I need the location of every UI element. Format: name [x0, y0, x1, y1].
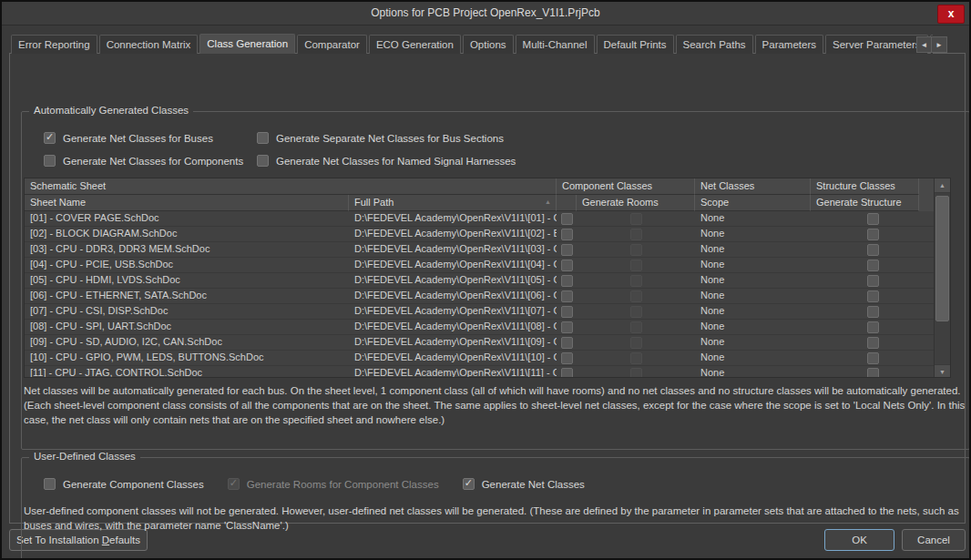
table-row[interactable]: [08] - CPU - SPI, UART.SchDoc D:\FEDEVEL…	[25, 320, 935, 335]
generate-rooms-checkbox[interactable]	[630, 321, 642, 333]
scope-cell[interactable]: None	[695, 273, 811, 288]
generate-structure-checkbox[interactable]	[867, 352, 879, 364]
col-structure-classes[interactable]: Structure Classes	[811, 178, 919, 195]
component-class-checkbox[interactable]	[561, 260, 573, 271]
component-class-checkbox[interactable]	[561, 275, 573, 287]
component-class-checkbox[interactable]	[561, 290, 573, 302]
scope-cell[interactable]: None	[695, 351, 811, 365]
generate-rooms-checkbox[interactable]	[630, 244, 642, 256]
checkbox-option[interactable]: Generate Rooms for Component Classes	[228, 477, 439, 491]
checkbox[interactable]	[228, 478, 240, 490]
scroll-up-icon[interactable]: ▲	[935, 178, 950, 193]
scope-cell[interactable]: None	[695, 242, 811, 257]
component-class-checkbox[interactable]	[561, 306, 573, 318]
checkbox-option[interactable]: Generate Net Classes for Components	[44, 154, 257, 168]
generate-structure-checkbox[interactable]	[867, 321, 879, 333]
checkbox-option[interactable]: Generate Component Classes	[44, 477, 204, 491]
scope-cell[interactable]: None	[695, 258, 811, 272]
tab[interactable]: Server Parameters	[825, 35, 928, 54]
scope-cell[interactable]: None	[695, 320, 811, 334]
table-row[interactable]: [10] - CPU - GPIO, PWM, LEDS, BUTTONS.Sc…	[25, 351, 935, 366]
close-button[interactable]: x	[937, 5, 965, 24]
generate-structure-checkbox[interactable]	[867, 244, 879, 256]
component-class-checkbox[interactable]	[561, 368, 573, 379]
tab[interactable]: ECO Generation	[369, 35, 461, 54]
tab-scroll-right-icon[interactable]: ►	[932, 36, 947, 53]
table-row[interactable]: [11] - CPU - JTAG, CONTROL.SchDoc D:\FED…	[25, 366, 935, 378]
col-full-path[interactable]: Full Path ▲	[349, 195, 557, 211]
col-schematic-sheet[interactable]: Schematic Sheet	[25, 178, 557, 195]
generate-structure-checkbox[interactable]	[867, 229, 879, 240]
table-row[interactable]: [01] - COVER PAGE.SchDoc D:\FEDEVEL Acad…	[25, 211, 935, 227]
generate-structure-checkbox[interactable]	[867, 260, 879, 271]
generate-rooms-checkbox[interactable]	[630, 368, 642, 379]
generate-rooms-checkbox[interactable]	[630, 352, 642, 364]
checkbox-option[interactable]: Generate Net Classes	[463, 477, 585, 491]
component-class-checkbox[interactable]	[561, 244, 573, 256]
generate-rooms-checkbox[interactable]	[630, 275, 642, 287]
generate-structure-checkbox[interactable]	[867, 306, 879, 318]
tab[interactable]: Class Generation	[199, 34, 295, 54]
generate-structure-checkbox[interactable]	[867, 213, 879, 225]
tab[interactable]: Parameters	[755, 35, 823, 54]
scope-cell[interactable]: None	[695, 304, 811, 319]
table-row[interactable]: [02] - BLOCK DIAGRAM.SchDoc D:\FEDEVEL A…	[25, 227, 935, 242]
table-row[interactable]: [03] - CPU - DDR3, DDR3 MEM.SchDoc D:\FE…	[25, 242, 935, 258]
checkbox-option[interactable]: Generate Net Classes for Buses	[44, 131, 257, 145]
generate-structure-checkbox[interactable]	[867, 290, 879, 302]
checkbox[interactable]	[463, 478, 475, 490]
generate-rooms-checkbox[interactable]	[630, 213, 642, 225]
tab[interactable]: Options	[463, 35, 514, 54]
table-row[interactable]: [04] - CPU - PCIE, USB.SchDoc D:\FEDEVEL…	[25, 258, 935, 273]
sheet-name-cell: [06] - CPU - ETHERNET, SATA.SchDoc	[25, 289, 349, 303]
checkbox[interactable]	[257, 132, 269, 144]
generate-structure-cell	[811, 289, 935, 303]
col-sheet-name[interactable]: Sheet Name	[25, 195, 349, 211]
generate-rooms-checkbox[interactable]	[630, 290, 642, 302]
table-row[interactable]: [05] - CPU - HDMI, LVDS.SchDoc D:\FEDEVE…	[25, 273, 935, 289]
col-net-classes[interactable]: Net Classes	[695, 178, 811, 195]
checkbox[interactable]	[44, 132, 56, 144]
tab[interactable]: Comparator	[297, 35, 367, 54]
col-scope[interactable]: Scope	[695, 195, 811, 211]
checkbox[interactable]	[44, 478, 56, 490]
tab[interactable]: Error Reporting	[11, 35, 97, 54]
scope-cell[interactable]: None	[695, 335, 811, 350]
checkbox[interactable]	[257, 155, 269, 167]
title-bar[interactable]: Options for PCB Project OpenRex_V1I1.Prj…	[2, 2, 969, 25]
component-class-checkbox[interactable]	[561, 213, 573, 225]
checkbox[interactable]	[44, 155, 56, 167]
col-generate-rooms[interactable]: Generate Rooms	[577, 195, 695, 211]
scope-cell[interactable]: None	[695, 289, 811, 303]
scope-cell[interactable]: None	[695, 366, 811, 378]
generate-structure-checkbox[interactable]	[867, 368, 879, 379]
generate-structure-checkbox[interactable]	[867, 337, 879, 349]
table-row[interactable]: [09] - CPU - SD, AUDIO, I2C, CAN.SchDoc …	[25, 335, 935, 351]
checkbox-option[interactable]: Generate Separate Net Classes for Bus Se…	[257, 131, 516, 145]
component-class-checkbox[interactable]	[561, 352, 573, 364]
scroll-down-icon[interactable]: ▼	[935, 364, 950, 378]
generate-structure-checkbox[interactable]	[867, 275, 879, 287]
component-class-checkbox[interactable]	[561, 337, 573, 349]
table-row[interactable]: [06] - CPU - ETHERNET, SATA.SchDoc D:\FE…	[25, 289, 935, 304]
generate-rooms-checkbox[interactable]	[630, 229, 642, 240]
scope-cell[interactable]: None	[695, 227, 811, 241]
col-generate-structure[interactable]: Generate Structure	[811, 195, 919, 211]
tab[interactable]: Search Paths	[676, 35, 753, 54]
tab[interactable]: Default Prints	[597, 35, 674, 54]
col-component-class-checkbox[interactable]	[557, 195, 577, 211]
vertical-scrollbar[interactable]: ▲ ▼	[934, 178, 950, 378]
generate-rooms-checkbox[interactable]	[630, 260, 642, 271]
generate-rooms-checkbox[interactable]	[630, 306, 642, 318]
component-class-checkbox[interactable]	[561, 321, 573, 333]
checkbox-option[interactable]: Generate Net Classes for Named Signal Ha…	[257, 154, 516, 168]
col-component-classes[interactable]: Component Classes	[557, 178, 695, 195]
tab-scroll-left-icon[interactable]: ◄	[916, 36, 932, 53]
component-class-checkbox[interactable]	[561, 229, 573, 240]
generate-rooms-checkbox[interactable]	[630, 337, 642, 349]
tab[interactable]: Multi-Channel	[516, 35, 595, 54]
scrollbar-thumb[interactable]	[935, 196, 949, 321]
scope-cell[interactable]: None	[695, 211, 811, 226]
table-row[interactable]: [07] - CPU - CSI, DISP.SchDoc D:\FEDEVEL…	[25, 304, 935, 320]
tab[interactable]: Connection Matrix	[99, 35, 199, 54]
